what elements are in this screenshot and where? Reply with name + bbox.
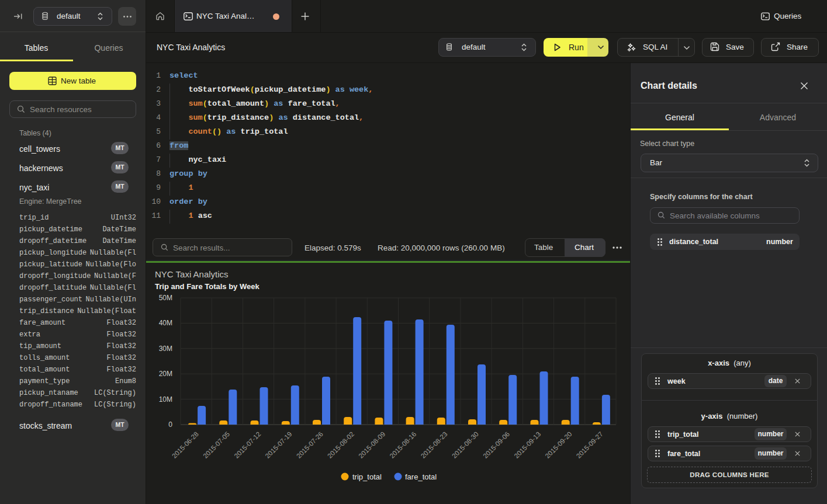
svg-text:2015-09-27: 2015-09-27 (575, 430, 604, 460)
svg-text:2015-09-13: 2015-09-13 (513, 430, 542, 460)
svg-text:2015-07-19: 2015-07-19 (264, 430, 293, 460)
svg-text:2015-08-30: 2015-08-30 (451, 430, 480, 460)
svg-text:40M: 40M (159, 319, 172, 327)
svg-text:2015-07-26: 2015-07-26 (295, 430, 324, 460)
svg-text:2015-08-16: 2015-08-16 (388, 430, 417, 460)
svg-text:2015-08-23: 2015-08-23 (420, 430, 449, 460)
svg-text:30M: 30M (159, 345, 172, 353)
svg-text:2015-07-12: 2015-07-12 (233, 430, 262, 460)
svg-text:trip_total: trip_total (352, 472, 382, 481)
svg-text:0: 0 (168, 420, 172, 429)
svg-text:fare_total: fare_total (405, 472, 437, 481)
svg-text:50M: 50M (159, 294, 172, 302)
svg-text:20M: 20M (159, 370, 172, 378)
svg-text:2015-09-06: 2015-09-06 (482, 430, 511, 460)
svg-text:2015-08-09: 2015-08-09 (357, 430, 386, 460)
svg-text:2015-08-02: 2015-08-02 (326, 430, 355, 460)
svg-text:2015-09-20: 2015-09-20 (544, 430, 573, 460)
svg-text:10M: 10M (159, 395, 172, 404)
svg-text:2015-07-05: 2015-07-05 (202, 430, 231, 460)
svg-text:2015-06-28: 2015-06-28 (171, 430, 200, 460)
